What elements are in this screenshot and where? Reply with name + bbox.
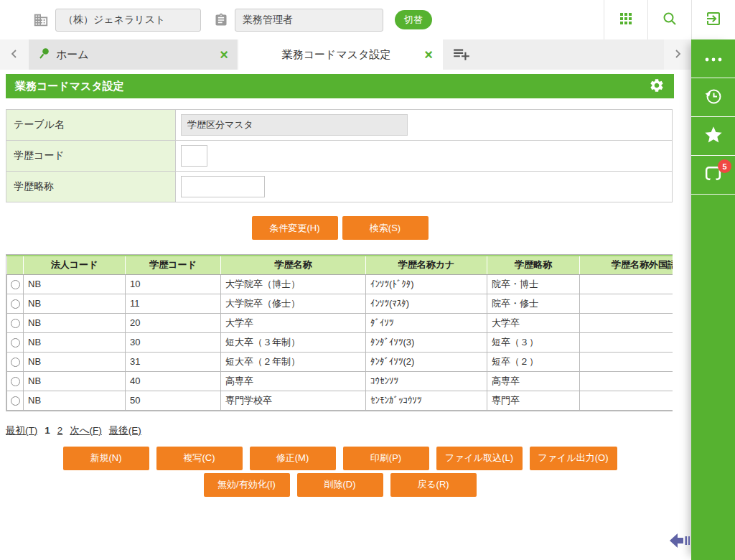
table-cell: 短卒（３）: [487, 332, 580, 352]
tab-business-code-master[interactable]: 業務コードマスタ設定 ×: [238, 39, 443, 70]
action-button[interactable]: ファイル取込(L): [436, 447, 523, 470]
sidebar-item-more[interactable]: [691, 39, 735, 78]
row-radio[interactable]: [11, 358, 20, 367]
global-search-button[interactable]: [647, 0, 691, 39]
switch-button[interactable]: 切替: [395, 10, 432, 29]
action-button[interactable]: 削除(D): [297, 473, 383, 497]
table-cell: 大学卒: [487, 313, 580, 332]
table-cell: ﾀﾝﾀﾞｲｿﾂ(2): [366, 352, 487, 371]
table-row: NB40高専卒ｺｳｾﾝｿﾂ高専卒: [7, 371, 673, 391]
condition-change-button[interactable]: 条件変更(H): [252, 216, 338, 240]
column-header: 学歴名称外国語: [580, 256, 673, 274]
column-header: 学歴名称カナ: [366, 256, 487, 274]
action-button[interactable]: 無効/有効化(I): [204, 473, 290, 497]
table-cell: NB: [24, 352, 126, 371]
row-radio[interactable]: [11, 319, 20, 328]
settings-gear-button[interactable]: [649, 78, 665, 95]
table-cell: 11: [126, 294, 221, 313]
search-icon: [661, 10, 678, 29]
table-cell: ﾀﾝﾀﾞｲｿﾂ(3): [366, 332, 487, 352]
tab-scroll-left-button[interactable]: [0, 39, 29, 70]
action-button[interactable]: 印刷(P): [343, 447, 429, 470]
table-cell: NB: [24, 332, 126, 352]
gear-icon: [649, 78, 665, 95]
history-icon: [704, 87, 723, 108]
action-button[interactable]: ファイル出力(O): [530, 447, 617, 470]
education-code-input[interactable]: [181, 145, 207, 167]
action-button[interactable]: 戻る(R): [390, 473, 477, 497]
app-window: 切替: [0, 0, 735, 560]
tab-close-button[interactable]: ×: [220, 47, 228, 62]
table-cell: NB: [24, 313, 126, 332]
collapse-panel-button[interactable]: [670, 533, 691, 551]
table-cell: 10: [126, 274, 221, 294]
role-input[interactable]: [235, 9, 383, 32]
row-radio[interactable]: [11, 338, 20, 347]
page-title-bar: 業務コードマスタ設定: [6, 74, 674, 98]
table-cell: 大学院卒（修士）: [221, 294, 366, 313]
table-cell: [580, 332, 673, 352]
page-link-2[interactable]: 2: [57, 425, 63, 436]
star-icon: [703, 125, 724, 148]
table-cell: [580, 371, 673, 391]
right-sidebar: 5: [691, 39, 735, 560]
results-table: 法人コード学歴コード学歴名称学歴名称カナ学歴略称学歴名称外国語 NB10大学院卒…: [6, 255, 673, 411]
logout-icon: [705, 10, 722, 29]
table-cell: 20: [126, 313, 221, 332]
table-cell: 短卒（２）: [487, 352, 580, 371]
pin-icon: [37, 47, 50, 63]
table-cell: NB: [24, 371, 126, 391]
page-link-first[interactable]: 最初(T): [6, 424, 37, 437]
table-name-input[interactable]: [181, 114, 408, 136]
table-cell: 40: [126, 371, 221, 391]
table-cell: ｲﾝｿﾂ(ﾄﾞｸﾀ): [366, 274, 487, 294]
table-cell: 専門学校卒: [221, 391, 366, 410]
row-radio[interactable]: [11, 280, 20, 289]
table-cell: [580, 352, 673, 371]
table-cell: [580, 294, 673, 313]
action-row-2: 無効/有効化(I)削除(D)戻る(R): [6, 473, 674, 497]
sidebar-item-notifications[interactable]: 5: [691, 156, 735, 195]
action-button[interactable]: 修正(M): [250, 447, 336, 470]
table-row: NB10大学院卒（博士）ｲﾝｿﾂ(ﾄﾞｸﾀ)院卒・博士: [7, 274, 673, 294]
row-radio[interactable]: [11, 377, 20, 386]
add-tab-icon: [452, 45, 471, 65]
column-header: 法人コード: [24, 256, 126, 274]
table-cell: NB: [24, 274, 126, 294]
page-link-last[interactable]: 最後(E): [109, 424, 141, 437]
page-link-next[interactable]: 次へ(F): [70, 424, 102, 437]
table-cell: 30: [126, 332, 221, 352]
action-row-1: 新規(N)複写(C)修正(M)印刷(P)ファイル取込(L)ファイル出力(O): [6, 447, 674, 470]
sidebar-item-history[interactable]: [691, 78, 735, 117]
logout-button[interactable]: [691, 0, 735, 39]
chevron-right-icon: [673, 48, 683, 62]
add-tab-button[interactable]: [443, 39, 480, 70]
tab-label: 業務コードマスタ設定: [248, 48, 424, 62]
action-button[interactable]: 複写(C): [156, 447, 243, 470]
table-cell: 31: [126, 352, 221, 371]
row-radio[interactable]: [11, 299, 20, 309]
row-radio[interactable]: [11, 396, 20, 406]
table-cell: ｲﾝｿﾂ(ﾏｽﾀ): [366, 294, 487, 313]
education-abbr-input[interactable]: [181, 176, 265, 197]
table-cell: NB: [24, 391, 126, 410]
table-cell: [580, 274, 673, 294]
topbar-actions: [604, 0, 735, 39]
topbar: 切替: [0, 0, 735, 39]
apps-grid-button[interactable]: [604, 0, 647, 39]
search-buttons: 条件変更(H) 検索(S): [6, 216, 674, 240]
tab-home[interactable]: ホーム ×: [29, 39, 237, 70]
action-button[interactable]: 新規(N): [63, 447, 149, 470]
search-submit-button[interactable]: 検索(S): [342, 216, 429, 240]
radio-column-header: [7, 256, 24, 274]
main-content: 業務コードマスタ設定 テーブル名 学歴コード 学歴略称 条件変: [6, 74, 674, 497]
clipboard-icon: [214, 13, 228, 27]
company-input[interactable]: [55, 9, 201, 32]
tab-close-button[interactable]: ×: [424, 47, 433, 62]
more-icon: [704, 52, 723, 65]
sidebar-item-favorites[interactable]: [691, 117, 735, 156]
table-row: NB30短大卒（３年制）ﾀﾝﾀﾞｲｿﾂ(3)短卒（３）: [7, 332, 673, 352]
page-current: 1: [45, 425, 50, 436]
table-cell: 高専卒: [221, 371, 366, 391]
tab-scroll-right-button[interactable]: [664, 39, 691, 70]
